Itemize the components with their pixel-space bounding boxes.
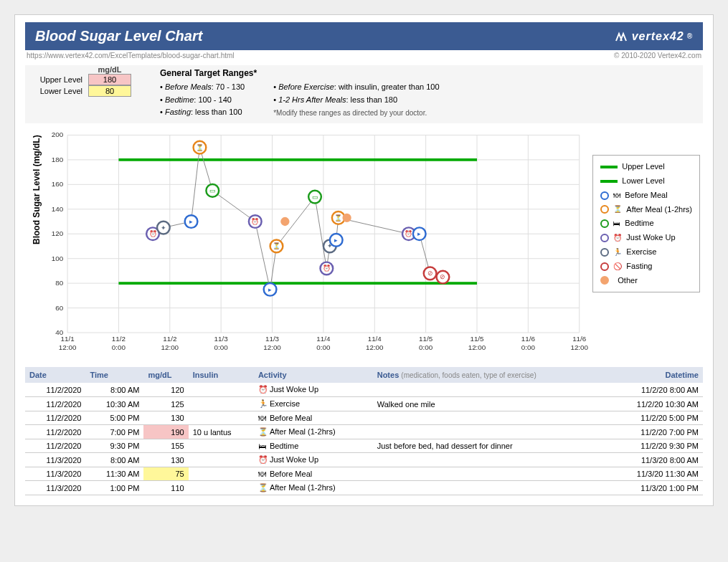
cell-datetime[interactable]: 11/3/20 8:00 AM [605, 453, 703, 467]
chart-area: Blood Sugar Level (mg/dL) ⏰ ✦ ▸ ⏳ ▭ ⏰ [25, 126, 703, 363]
svg-text:12:00: 12:00 [161, 343, 179, 351]
cell-activity[interactable]: 🍽Before Meal [254, 411, 373, 425]
cell-time[interactable]: 11:30 AM [85, 467, 143, 481]
cell-activity[interactable]: 🍽Before Meal [254, 467, 373, 481]
cell-insulin[interactable] [189, 397, 254, 411]
table-row[interactable]: 11/3/202011:30 AM75🍽Before Meal11/3/20 1… [25, 467, 703, 481]
ranges-col-1: • Before Meals: 70 - 130• Bedtime: 100 -… [160, 81, 245, 119]
data-point: ▸ [185, 215, 198, 228]
legend-item: Lower Level [600, 174, 692, 189]
upper-level-value[interactable]: 180 [88, 74, 131, 85]
cell-activity[interactable]: 🛏Bedtime [254, 439, 373, 453]
cell-mgdl[interactable]: 75 [143, 467, 188, 481]
cell-mgdl[interactable]: 130 [143, 411, 188, 425]
cell-notes[interactable] [373, 383, 605, 397]
cell-datetime[interactable]: 11/2/20 8:00 AM [605, 383, 703, 397]
cell-activity[interactable]: ⏳After Meal (1-2hrs) [254, 481, 373, 495]
svg-text:12:00: 12:00 [366, 343, 384, 351]
source-url: https://www.vertex42.com/ExcelTemplates/… [27, 52, 235, 59]
table-row[interactable]: 11/2/20207:00 PM19010 u lantus⏳After Mea… [25, 425, 703, 439]
cell-time[interactable]: 8:00 AM [85, 383, 143, 397]
copyright: © 2010-2020 Vertex42.com [614, 52, 701, 59]
svg-text:⏰: ⏰ [323, 265, 331, 273]
cell-insulin[interactable] [189, 453, 254, 467]
cell-datetime[interactable]: 11/2/20 9:30 PM [605, 439, 703, 453]
svg-text:⊘: ⊘ [440, 274, 445, 281]
cell-time[interactable]: 10:30 AM [85, 397, 143, 411]
svg-text:12:00: 12:00 [59, 343, 77, 351]
cell-time[interactable]: 7:00 PM [85, 425, 143, 439]
table-row[interactable]: 11/2/20208:00 AM120⏰Just Woke Up11/2/20 … [25, 383, 703, 397]
svg-text:11/1: 11/1 [60, 335, 74, 343]
table-row[interactable]: 11/2/20205:00 PM130🍽Before Meal11/2/20 5… [25, 411, 703, 425]
table-header: Insulin [189, 367, 254, 383]
cell-notes[interactable] [373, 481, 605, 495]
legend-item: 🛏Bedtime [600, 216, 692, 231]
cell-notes[interactable] [373, 425, 605, 439]
table-row[interactable]: 11/3/20201:00 PM110⏳After Meal (1-2hrs)1… [25, 481, 703, 495]
cell-mgdl[interactable]: 110 [143, 481, 188, 495]
svg-text:140: 140 [52, 205, 64, 213]
cell-mgdl[interactable]: 130 [143, 453, 188, 467]
cell-datetime[interactable]: 11/2/20 10:30 AM [605, 397, 703, 411]
cell-insulin[interactable] [189, 411, 254, 425]
cell-insulin[interactable] [189, 467, 254, 481]
cell-notes[interactable] [373, 467, 605, 481]
cell-datetime[interactable]: 11/3/20 11:30 AM [605, 467, 703, 481]
cell-notes[interactable]: Walked one mile [373, 397, 605, 411]
cell-insulin[interactable] [189, 481, 254, 495]
cell-time[interactable]: 1:00 PM [85, 481, 143, 495]
cell-date[interactable]: 11/3/2020 [25, 467, 85, 481]
cell-date[interactable]: 11/2/2020 [25, 439, 85, 453]
svg-text:120: 120 [52, 229, 64, 237]
svg-text:▸: ▸ [334, 237, 338, 244]
cell-activity[interactable]: ⏳After Meal (1-2hrs) [254, 425, 373, 439]
table-row[interactable]: 11/3/20208:00 AM130⏰Just Woke Up11/3/20 … [25, 453, 703, 467]
svg-text:11/4: 11/4 [316, 335, 331, 343]
data-point: ✦ [157, 222, 170, 234]
legend-item: ⏳After Meal (1-2hrs) [600, 203, 692, 217]
cell-mgdl[interactable]: 125 [143, 397, 188, 411]
cell-activity[interactable]: ⏰Just Woke Up [254, 383, 373, 397]
lower-level-label: Lower Level [31, 87, 88, 95]
worksheet: Blood Sugar Level Chart vertex42® https:… [14, 14, 714, 506]
target-ranges: General Target Ranges* • Before Meals: 7… [160, 65, 697, 119]
data-point: ⊘ [437, 271, 450, 284]
cell-activity[interactable]: ⏰Just Woke Up [254, 453, 373, 467]
legend-item: 🍽Before Meal [600, 189, 692, 203]
svg-text:⏳: ⏳ [273, 242, 281, 251]
lower-level-value[interactable]: 80 [88, 85, 131, 97]
cell-datetime[interactable]: 11/2/20 5:00 PM [605, 411, 703, 425]
cell-datetime[interactable]: 11/3/20 1:00 PM [605, 481, 703, 495]
table-row[interactable]: 11/2/20209:30 PM155🛏BedtimeJust before b… [25, 439, 703, 453]
cell-time[interactable]: 5:00 PM [85, 411, 143, 425]
cell-insulin[interactable] [189, 383, 254, 397]
svg-text:▸: ▸ [189, 218, 193, 225]
cell-notes[interactable] [373, 411, 605, 425]
cell-time[interactable]: 8:00 AM [85, 453, 143, 467]
cell-mgdl[interactable]: 190 [143, 425, 188, 439]
cell-insulin[interactable] [189, 439, 254, 453]
svg-point-49 [344, 214, 351, 222]
table-row[interactable]: 11/2/202010:30 AM125🏃ExerciseWalked one … [25, 397, 703, 411]
cell-time[interactable]: 9:30 PM [85, 439, 143, 453]
level-settings: mg/dL Upper Level 180 Lower Level 80 [31, 65, 131, 119]
cell-date[interactable]: 11/2/2020 [25, 425, 85, 439]
brand-logo: vertex42® [615, 30, 693, 43]
cell-datetime[interactable]: 11/2/20 7:00 PM [605, 425, 703, 439]
cell-date[interactable]: 11/2/2020 [25, 411, 85, 425]
cell-activity[interactable]: 🏃Exercise [254, 397, 373, 411]
cell-notes[interactable]: Just before bed, had dessert for dinner [373, 439, 605, 453]
page-title: Blood Sugar Level Chart [35, 28, 202, 44]
svg-text:11/5: 11/5 [419, 335, 433, 343]
svg-text:0:00: 0:00 [214, 343, 229, 351]
cell-mgdl[interactable]: 155 [143, 439, 188, 453]
brand-icon [615, 31, 629, 42]
cell-insulin[interactable]: 10 u lantus [189, 425, 254, 439]
cell-notes[interactable] [373, 453, 605, 467]
cell-mgdl[interactable]: 120 [143, 383, 188, 397]
cell-date[interactable]: 11/3/2020 [25, 481, 85, 495]
cell-date[interactable]: 11/2/2020 [25, 397, 85, 411]
cell-date[interactable]: 11/2/2020 [25, 383, 85, 397]
cell-date[interactable]: 11/3/2020 [25, 453, 85, 467]
